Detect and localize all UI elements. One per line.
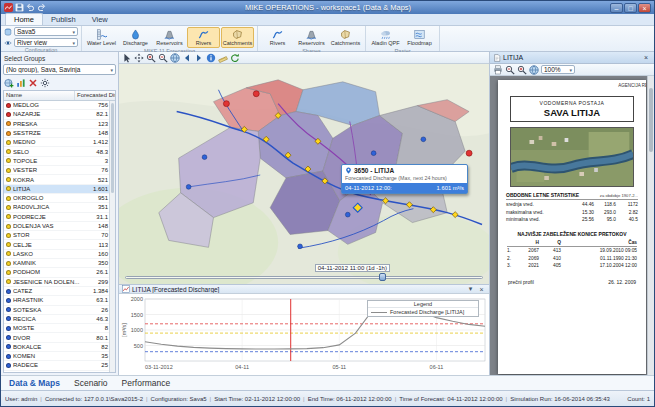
measure-icon[interactable] — [218, 53, 228, 63]
aladin-qpf-button[interactable]: Aladin QPF — [369, 27, 402, 48]
station-row[interactable]: TOPOLE3 — [4, 157, 115, 166]
perspective-tab-data-maps[interactable]: Data & Maps — [9, 378, 60, 388]
tab-home[interactable]: Home — [5, 13, 43, 25]
chart-panel-menu-button[interactable]: ▾ — [466, 285, 475, 293]
close-button[interactable]: × — [638, 3, 651, 13]
window-controls: –□× — [610, 3, 651, 13]
station-row[interactable]: VESTER76 — [4, 166, 115, 175]
time-slider-handle[interactable] — [379, 273, 386, 281]
chart-panel-close-button[interactable]: × — [477, 286, 486, 293]
station-row[interactable]: LITIJA1.601 — [4, 185, 115, 194]
save-icon[interactable] — [15, 3, 24, 12]
station-popup-value-row[interactable]: 04-11-2012 12:00: 1.601 m³/s — [342, 183, 467, 193]
station-marker-alarm[interactable] — [466, 150, 472, 156]
document-viewer[interactable]: AGENCIJA REP VODOMERNA POSTAJA SAVA LITI… — [490, 76, 654, 375]
catchments-button[interactable]: Catchments — [221, 27, 254, 48]
station-row[interactable]: NAZARJE82.1 — [4, 110, 115, 119]
minimize-button[interactable]: – — [610, 3, 623, 13]
station-row[interactable]: PRESKA123 — [4, 120, 115, 129]
full-extent-icon[interactable] — [529, 65, 539, 75]
station-marker-normal[interactable] — [298, 244, 303, 249]
station-row[interactable]: MOSTE8 — [4, 324, 115, 333]
station-row[interactable]: JESENICE NA DOLEN...299 — [4, 278, 115, 287]
station-row[interactable]: RECICA46.3 — [4, 315, 115, 324]
station-row[interactable]: CELJE113 — [4, 240, 115, 249]
station-row[interactable]: MEDNO1.412 — [4, 138, 115, 147]
configuration-select-1[interactable]: River view▾ — [14, 38, 78, 47]
rivers-button[interactable]: Rivers — [261, 27, 294, 48]
refresh-icon[interactable] — [230, 53, 240, 63]
time-slider-track[interactable] — [125, 276, 483, 279]
station-marker-normal[interactable] — [421, 137, 426, 142]
status-count: Count: 1 — [623, 396, 650, 402]
station-row[interactable]: KOMEN35 — [4, 352, 115, 361]
rivers-button[interactable]: Rivers — [187, 27, 220, 48]
station-row[interactable]: STOR70 — [4, 231, 115, 240]
zoom-level-select[interactable]: 100%▾ — [541, 65, 575, 74]
delete-icon[interactable] — [28, 78, 38, 88]
redo-icon[interactable] — [37, 3, 46, 12]
station-row[interactable]: MEDLOG756 — [4, 101, 115, 110]
add-chart-icon[interactable] — [16, 78, 26, 88]
station-row[interactable]: LASKO160 — [4, 250, 115, 259]
document-scrollbar[interactable] — [647, 76, 654, 375]
station-popup-subtitle: Forecasted Discharge (Max, next 24 hours… — [342, 175, 467, 183]
zoom-in-icon[interactable] — [146, 53, 156, 63]
station-row[interactable]: DOLENJA VAS148 — [4, 222, 115, 231]
station-row[interactable]: SESTRZE148 — [4, 129, 115, 138]
select-icon[interactable] — [122, 53, 132, 63]
zoom-out-icon[interactable] — [505, 65, 515, 75]
station-row[interactable]: KOKRA521 — [4, 175, 115, 184]
station-marker-normal[interactable] — [345, 212, 350, 217]
discharge-button[interactable]: Discharge — [119, 27, 152, 48]
station-row[interactable]: PODRECJE31.1 — [4, 213, 115, 222]
column-header-name[interactable]: Name — [4, 91, 75, 100]
document-panel-close-button[interactable]: × — [641, 54, 651, 61]
station-marker-alarm[interactable] — [223, 101, 229, 107]
zoom-out-icon[interactable] — [158, 53, 168, 63]
full-extent-icon[interactable] — [170, 53, 180, 63]
group-select[interactable]: (No group), Sava, Savinja ▾ — [3, 64, 116, 75]
add-map-icon[interactable] — [4, 78, 14, 88]
undo-icon[interactable] — [26, 3, 35, 12]
station-marker-alarm[interactable] — [253, 91, 259, 97]
reservoirs-button[interactable]: Reservoirs — [153, 27, 186, 48]
station-row[interactable]: PREMLOG145 — [4, 371, 115, 372]
zoom-in-icon[interactable] — [517, 65, 527, 75]
column-header-forecast[interactable]: Forecasted Disch... — [75, 91, 115, 100]
properties-icon[interactable] — [40, 78, 50, 88]
station-marker-normal[interactable] — [186, 185, 191, 190]
maximize-button[interactable]: □ — [624, 3, 637, 13]
station-row[interactable]: HRASTNIK63.1 — [4, 296, 115, 305]
floodmap-button[interactable]: Floodmap — [403, 27, 436, 48]
station-row[interactable]: KAMNIK350 — [4, 259, 115, 268]
station-row[interactable]: SELO48.3 — [4, 147, 115, 156]
station-row[interactable]: RADECE25 — [4, 361, 115, 370]
info-icon[interactable] — [206, 53, 216, 63]
station-row[interactable]: OKROGLO951 — [4, 194, 115, 203]
perspective-tab-performance[interactable]: Performance — [122, 378, 171, 388]
station-row[interactable]: BOKALCE82 — [4, 343, 115, 352]
prev-extent-icon[interactable] — [182, 53, 192, 63]
station-row[interactable]: RAD0VLJICA351 — [4, 203, 115, 212]
reservoirs-button[interactable]: Reservoirs — [295, 27, 328, 48]
grid-scrollbar[interactable] — [109, 101, 115, 372]
catchments-button[interactable]: Catchments — [329, 27, 362, 48]
pan-icon[interactable] — [134, 53, 144, 63]
scrollbar-thumb[interactable] — [111, 103, 114, 193]
station-row[interactable]: PODHOM26.1 — [4, 268, 115, 277]
next-extent-icon[interactable] — [194, 53, 204, 63]
scrollbar-thumb[interactable] — [649, 88, 653, 152]
tab-publish[interactable]: Publish — [43, 14, 84, 25]
station-marker-normal[interactable] — [371, 151, 376, 156]
station-marker-normal[interactable] — [202, 155, 207, 160]
perspective-tab-scenario[interactable]: Scenario — [74, 378, 108, 388]
station-row[interactable]: SOTESKA26 — [4, 306, 115, 315]
water-level-button[interactable]: Water Level — [85, 27, 118, 48]
station-row[interactable]: CATEZ1.384 — [4, 287, 115, 296]
tab-view[interactable]: View — [84, 14, 116, 25]
configuration-select-0[interactable]: Sava5▾ — [14, 27, 78, 36]
station-row[interactable]: DVOR80.1 — [4, 333, 115, 342]
print-icon[interactable] — [493, 65, 503, 75]
map-view[interactable]: 3650 - LITIJA Forecasted Discharge (Max,… — [119, 64, 489, 284]
